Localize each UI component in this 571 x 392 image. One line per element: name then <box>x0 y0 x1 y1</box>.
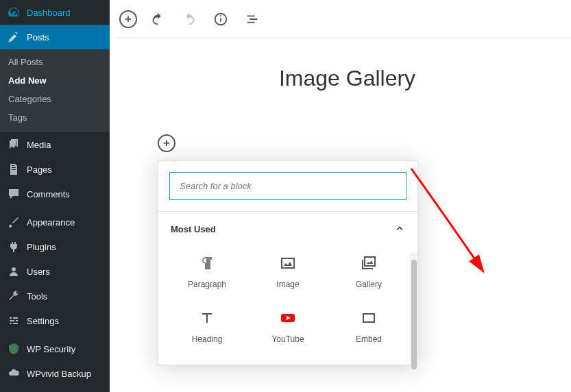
svg-rect-1 <box>220 18 221 22</box>
block-grid: Paragraph Image Gallery Heading <box>158 244 417 365</box>
sidebar-label: Plugins <box>27 242 56 252</box>
pin-icon <box>7 30 21 44</box>
media-icon <box>7 138 21 151</box>
embed-icon <box>359 308 378 328</box>
svg-rect-4 <box>365 257 375 266</box>
cloud-icon <box>7 367 21 380</box>
chevron-up-icon <box>394 223 405 236</box>
block-search-input[interactable] <box>169 172 406 200</box>
sidebar-label: Users <box>27 267 50 277</box>
paragraph-icon <box>197 254 217 273</box>
admin-sidebar: Dashboard Posts All Posts Add New Catego… <box>0 0 110 392</box>
sidebar-item-pages[interactable]: Pages <box>0 157 110 182</box>
dashboard-icon <box>7 5 21 19</box>
plugin-icon <box>7 240 21 254</box>
editor-canvas: Image Gallery + Most Used <box>110 38 571 392</box>
sidebar-label: Tools <box>27 291 47 302</box>
svg-rect-3 <box>282 258 294 268</box>
sidebar-label: Posts <box>27 32 49 42</box>
sidebar-label: WPvivid Backup <box>27 369 91 379</box>
sidebar-sub-categories[interactable]: Categories <box>0 90 110 108</box>
block-youtube[interactable]: YouTube <box>247 299 328 354</box>
block-label: Gallery <box>356 280 382 289</box>
sidebar-label: WP Security <box>27 344 75 354</box>
svg-rect-2 <box>220 15 221 16</box>
sidebar-label: Appearance <box>27 217 75 228</box>
comments-icon <box>7 187 21 201</box>
block-label: YouTube <box>271 334 304 344</box>
brush-icon <box>7 215 21 229</box>
heading-icon <box>197 308 217 328</box>
sidebar-sub-tags[interactable]: Tags <box>0 108 110 127</box>
block-label: Paragraph <box>188 280 226 289</box>
sidebar-item-comments[interactable]: Comments <box>0 182 110 206</box>
gallery-icon <box>359 254 378 273</box>
block-inserter-popover: Most Used Paragraph Image <box>158 160 418 365</box>
sidebar-sub-add-new[interactable]: Add New <box>0 71 110 90</box>
block-search-wrap <box>158 161 417 212</box>
shield-icon <box>7 342 21 356</box>
panel-title: Most Used <box>171 224 216 234</box>
youtube-icon <box>278 308 297 328</box>
sidebar-item-posts[interactable]: Posts <box>0 25 110 49</box>
block-label: Heading <box>192 334 223 344</box>
undo-button[interactable] <box>147 8 169 30</box>
sidebar-submenu-posts: All Posts Add New Categories Tags <box>0 49 110 132</box>
sidebar-item-wp-security[interactable]: WP Security <box>0 336 110 361</box>
image-icon <box>278 254 297 273</box>
editor-main: + Image Gallery + Most Used <box>110 0 571 392</box>
sliders-icon <box>7 314 21 328</box>
panel-most-used-toggle[interactable]: Most Used <box>158 212 417 244</box>
scrollbar-thumb[interactable] <box>411 260 417 369</box>
sidebar-sub-all-posts[interactable]: All Posts <box>0 53 110 71</box>
outline-button[interactable] <box>241 8 263 30</box>
sidebar-label: Settings <box>27 316 59 326</box>
sidebar-label: Media <box>27 140 51 150</box>
sidebar-item-plugins[interactable]: Plugins <box>0 234 110 259</box>
info-button[interactable] <box>210 8 232 30</box>
sidebar-item-tools[interactable]: Tools <box>0 284 110 308</box>
redo-button <box>178 8 200 30</box>
block-label: Embed <box>356 334 382 344</box>
sidebar-item-dashboard[interactable]: Dashboard <box>0 0 110 25</box>
post-title[interactable]: Image Gallery <box>110 66 571 91</box>
editor-toolbar: + <box>110 0 571 38</box>
wrench-icon <box>7 289 21 303</box>
insert-block-button[interactable]: + <box>158 134 175 152</box>
toolbar-add-block-button[interactable]: + <box>119 10 137 28</box>
pages-icon <box>7 162 21 176</box>
block-image[interactable]: Image <box>247 244 328 299</box>
sidebar-item-users[interactable]: Users <box>0 259 110 284</box>
block-embed[interactable]: Embed <box>328 299 409 354</box>
sidebar-item-wpvivid[interactable]: WPvivid Backup <box>0 361 110 386</box>
insert-block-area: + Most Used Paragraph <box>158 134 537 365</box>
sidebar-label: Dashboard <box>27 8 71 18</box>
users-icon <box>7 265 21 278</box>
sidebar-label: Comments <box>27 189 70 199</box>
sidebar-label: Pages <box>27 164 52 175</box>
block-paragraph[interactable]: Paragraph <box>167 244 247 299</box>
sidebar-item-settings[interactable]: Settings <box>0 308 110 333</box>
sidebar-item-media[interactable]: Media <box>0 132 110 157</box>
sidebar-item-appearance[interactable]: Appearance <box>0 210 110 234</box>
svg-rect-6 <box>363 314 374 322</box>
block-gallery[interactable]: Gallery <box>328 244 409 299</box>
block-label: Image <box>276 280 299 289</box>
block-heading[interactable]: Heading <box>167 299 247 354</box>
